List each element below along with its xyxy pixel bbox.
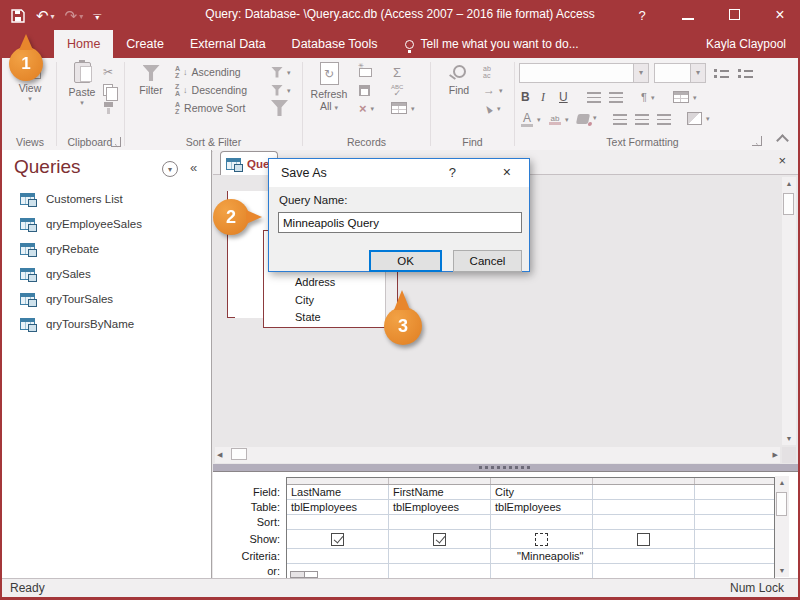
gridlines-button[interactable]: ▾	[673, 89, 697, 105]
criteria-cell[interactable]	[287, 549, 389, 564]
scroll-down-icon[interactable]: ▼	[775, 567, 789, 574]
toggle-filter-button[interactable]	[271, 100, 288, 116]
font-name-combo[interactable]	[519, 63, 649, 83]
nav-item-qryemployeesales[interactable]: qryEmployeeSales	[2, 211, 211, 236]
remove-sort-button[interactable]: AZ Remove Sort	[175, 100, 245, 116]
font-size-combo[interactable]	[654, 63, 706, 83]
top-pane-horizontal-scrollbar[interactable]: ◀ ▶	[215, 447, 780, 463]
cancel-button[interactable]: Cancel	[453, 250, 522, 272]
spelling-button[interactable]: ABC✓	[391, 82, 403, 98]
show-checkbox-city[interactable]	[535, 533, 548, 546]
refresh-all-button[interactable]: ↻ RefreshAll ▾	[307, 62, 351, 114]
show-checkbox-empty[interactable]	[637, 533, 650, 546]
table-cell[interactable]	[593, 500, 695, 515]
grid-vertical-scrollbar[interactable]: ▲ ▼	[775, 476, 789, 577]
field-cell[interactable]	[695, 485, 774, 500]
criteria-cell[interactable]	[389, 549, 491, 564]
or-cell[interactable]	[491, 564, 593, 578]
or-cell[interactable]	[695, 564, 774, 578]
scroll-up-icon[interactable]: ▲	[775, 479, 789, 486]
ascending-button[interactable]: AZ ↓ Ascending	[175, 64, 241, 80]
tab-create[interactable]: Create	[113, 30, 177, 58]
tab-external-data[interactable]: External Data	[177, 30, 279, 58]
numbering-button[interactable]	[738, 65, 754, 81]
filter-button[interactable]: Filter	[129, 65, 173, 96]
highlight-color-button[interactable]: ab▾	[549, 111, 569, 127]
or-cell[interactable]	[389, 564, 491, 578]
show-checkbox-lastname[interactable]	[331, 533, 344, 546]
table-cell[interactable]: tblEmployees	[389, 500, 491, 515]
alternate-row-color-button[interactable]: ▾	[687, 110, 710, 126]
clipboard-dialog-launcher-icon[interactable]	[111, 137, 121, 147]
table-cell[interactable]	[695, 500, 774, 515]
ok-button[interactable]: OK	[369, 250, 442, 272]
show-checkbox-firstname[interactable]	[433, 533, 446, 546]
top-pane-vertical-scrollbar[interactable]: ▲ ▼	[782, 177, 796, 445]
nav-pane-menu-icon[interactable]: ▾	[162, 161, 178, 177]
background-color-button[interactable]: ▾	[577, 109, 597, 125]
field-cell[interactable]: City	[491, 485, 593, 500]
totals-button[interactable]: Σ	[393, 64, 401, 80]
grid-column-headers[interactable]	[287, 478, 774, 485]
tab-database-tools[interactable]: Database Tools	[279, 30, 391, 58]
show-cell[interactable]	[389, 530, 491, 549]
scroll-down-icon[interactable]: ▼	[782, 435, 796, 442]
maximize-icon[interactable]	[724, 8, 744, 23]
underline-button[interactable]: U	[559, 89, 568, 105]
show-cell[interactable]	[593, 530, 695, 549]
copy-button[interactable]	[103, 82, 113, 98]
descending-button[interactable]: ZA ↓ Descending	[175, 82, 247, 98]
nav-item-qryrebate[interactable]: qryRebate	[2, 236, 211, 261]
minimize-icon[interactable]	[678, 8, 698, 23]
replace-button[interactable]: abac	[483, 64, 491, 80]
new-record-button[interactable]	[359, 64, 372, 80]
collapse-ribbon-icon[interactable]	[776, 134, 789, 147]
help-icon[interactable]: ?	[632, 8, 652, 23]
scroll-left-icon[interactable]: ◀	[217, 451, 222, 459]
advanced-filter-menu-button[interactable]: ▾	[271, 82, 291, 98]
table-cell[interactable]: tblEmployees	[287, 500, 389, 515]
field-list-item-city[interactable]: City	[264, 291, 385, 309]
show-cell[interactable]	[695, 530, 774, 549]
format-painter-button[interactable]	[103, 100, 114, 116]
font-color-button[interactable]: A▾	[521, 111, 541, 127]
field-list-item-address[interactable]: Address	[264, 274, 385, 292]
shutter-bar-close-icon[interactable]: «	[190, 160, 197, 175]
dialog-close-icon[interactable]: ×	[503, 164, 511, 180]
sort-cell[interactable]	[491, 515, 593, 530]
nav-item-customers-list[interactable]: Customers List	[2, 186, 211, 211]
field-cell[interactable]	[593, 485, 695, 500]
sort-cell[interactable]	[389, 515, 491, 530]
increase-indent-button[interactable]	[587, 89, 601, 105]
delete-record-button[interactable]: ×▾	[359, 100, 374, 116]
tell-me-box[interactable]: Tell me what you want to do...	[391, 30, 593, 58]
account-user[interactable]: Kayla Claypool	[706, 30, 786, 58]
field-cell[interactable]: LastName	[287, 485, 389, 500]
nav-item-qrytoursales[interactable]: qryTourSales	[2, 286, 211, 311]
italic-button[interactable]: I	[541, 89, 545, 105]
scroll-right-icon[interactable]: ▶	[773, 451, 778, 459]
select-button[interactable]: ▲▾	[483, 100, 500, 116]
sort-cell[interactable]	[695, 515, 774, 530]
grid-horizontal-scrollbar-fragment[interactable]	[290, 571, 318, 578]
field-cell[interactable]: FirstName	[389, 485, 491, 500]
text-formatting-dialog-launcher-icon[interactable]	[752, 136, 762, 146]
dialog-title-bar[interactable]: Save As ? ×	[269, 159, 529, 187]
field-list-item-state[interactable]: State	[264, 309, 385, 327]
criteria-cell[interactable]	[695, 549, 774, 564]
align-center-button[interactable]	[635, 111, 649, 127]
dialog-help-icon[interactable]: ?	[449, 165, 456, 180]
scroll-up-icon[interactable]: ▲	[782, 180, 796, 187]
save-record-button[interactable]	[359, 82, 370, 98]
nav-item-qrytoursbyname[interactable]: qryToursByName	[2, 311, 211, 336]
sort-cell[interactable]	[593, 515, 695, 530]
cut-button[interactable]: ✂	[103, 64, 113, 80]
criteria-cell-city[interactable]: "Minneapolis"	[491, 549, 593, 564]
close-icon[interactable]: ×	[770, 6, 790, 24]
or-cell[interactable]	[593, 564, 695, 578]
paste-button[interactable]: Paste ▾	[60, 62, 104, 107]
query-name-input[interactable]	[278, 212, 522, 233]
align-left-button[interactable]	[613, 111, 627, 127]
text-direction-button[interactable]: ¶▾	[641, 89, 654, 105]
show-cell[interactable]	[287, 530, 389, 549]
